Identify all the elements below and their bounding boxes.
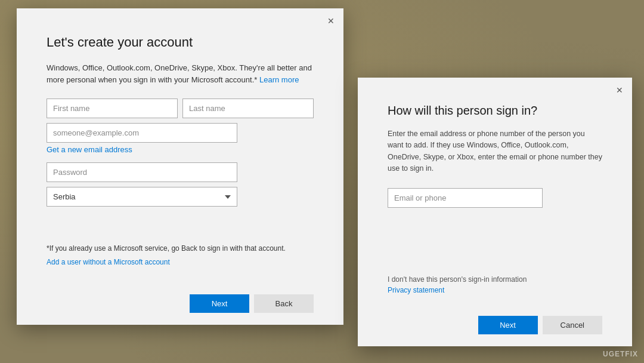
- name-row: [47, 99, 314, 118]
- dialog1-buttons: Next Back: [17, 285, 343, 325]
- email-row: [47, 123, 314, 143]
- dialog1-next-button[interactable]: Next: [190, 294, 249, 313]
- country-select[interactable]: Serbia United States United Kingdom: [47, 187, 237, 207]
- dialog2-footer: I don't have this person's sign-in infor…: [388, 275, 602, 304]
- new-email-link[interactable]: Get a new email address: [47, 145, 314, 154]
- dialog2-buttons: Next Cancel: [358, 316, 632, 346]
- dialog2-next-button[interactable]: Next: [478, 316, 538, 334]
- dialog2-title: How will this person sign in?: [388, 104, 602, 118]
- dialog1-title: Let's create your account: [47, 35, 314, 50]
- dialog1-content: Let's create your account Windows, Offic…: [17, 8, 343, 285]
- dialog2-content: How will this person sign in? Enter the …: [358, 78, 632, 316]
- footer-note1: *If you already use a Microsoft service,…: [47, 244, 314, 253]
- privacy-statement-link[interactable]: Privacy statement: [388, 286, 602, 294]
- no-signin-info: I don't have this person's sign-in infor…: [388, 275, 602, 284]
- dialog1-close-button[interactable]: ✕: [323, 13, 339, 29]
- dialog2-close-button[interactable]: ✕: [612, 82, 627, 98]
- learn-more-link[interactable]: Learn more: [259, 75, 299, 84]
- create-account-dialog: ✕ Let's create your account Windows, Off…: [17, 8, 343, 325]
- dialog1-description: Windows, Office, Outlook.com, OneDrive, …: [47, 62, 314, 85]
- dialog2-cancel-button[interactable]: Cancel: [543, 316, 602, 334]
- add-without-microsoft-link[interactable]: Add a user without a Microsoft account: [47, 258, 170, 266]
- close-icon: ✕: [616, 85, 623, 95]
- password-row: [47, 162, 314, 182]
- watermark: UGETFIX: [603, 350, 638, 358]
- password-input[interactable]: [47, 162, 237, 182]
- email-input[interactable]: [47, 123, 237, 143]
- footer-notes: *If you already use a Microsoft service,…: [47, 232, 314, 267]
- dialog2-description: Enter the email address or phone number …: [388, 128, 602, 175]
- signin-dialog: ✕ How will this person sign in? Enter th…: [358, 78, 632, 346]
- dialog1-back-button[interactable]: Back: [254, 294, 314, 313]
- email-phone-input[interactable]: [388, 188, 543, 208]
- last-name-input[interactable]: [182, 99, 314, 118]
- close-icon: ✕: [327, 16, 335, 26]
- first-name-input[interactable]: [47, 99, 178, 118]
